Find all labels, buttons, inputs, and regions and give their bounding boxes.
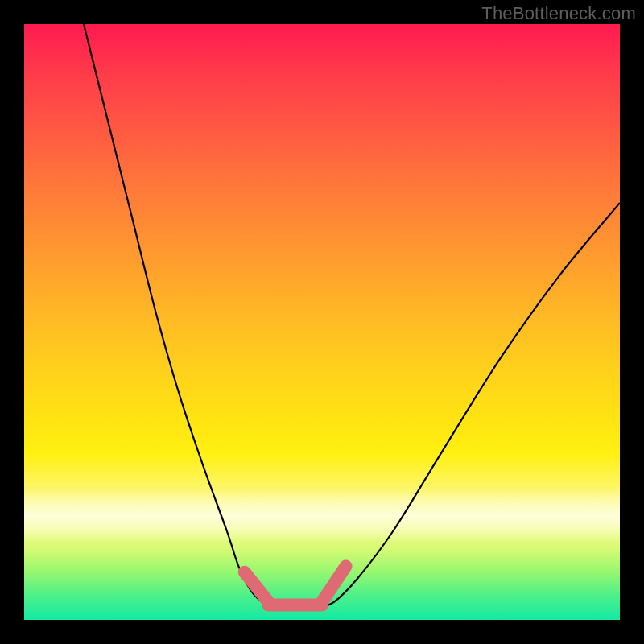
plot-area xyxy=(24,24,620,620)
highlight-right-bend xyxy=(322,566,346,601)
bottleneck-curve xyxy=(84,24,620,609)
curve-layer xyxy=(24,24,620,620)
main-curve xyxy=(84,24,620,609)
highlight-curve xyxy=(245,566,346,605)
watermark-text: TheBottleneck.com xyxy=(481,3,636,24)
chart-frame: TheBottleneck.com xyxy=(0,0,644,644)
